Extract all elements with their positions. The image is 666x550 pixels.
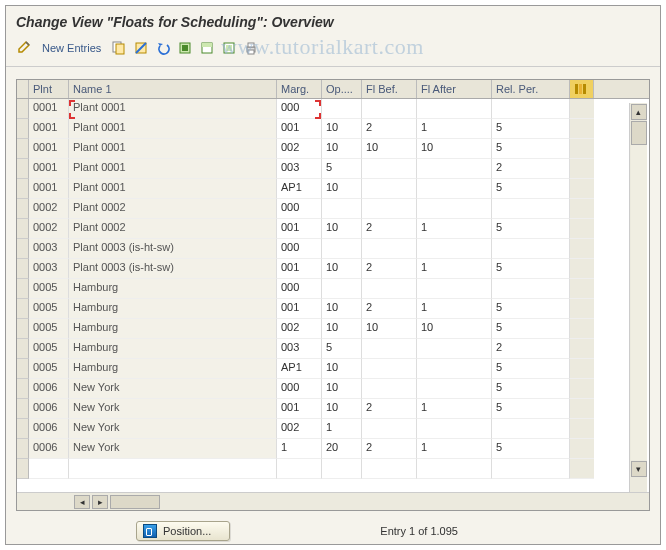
col-header-name1[interactable]: Name 1 [69, 80, 277, 98]
table-row[interactable]: 0005Hamburg000 [17, 279, 649, 299]
row-selector[interactable] [17, 319, 29, 339]
table-row[interactable]: 0003Plant 0003 (is-ht-sw)000 [17, 239, 649, 259]
table-row[interactable]: 0001Plant 00010021010105 [17, 139, 649, 159]
cell-op[interactable]: 20 [322, 439, 362, 459]
undo-icon[interactable] [153, 38, 173, 58]
hscroll-thumb[interactable] [110, 495, 160, 509]
table-row[interactable]: 0006New York0021 [17, 419, 649, 439]
cell-flbef[interactable] [362, 239, 417, 259]
row-selector[interactable] [17, 339, 29, 359]
cell-flafter[interactable]: 1 [417, 399, 492, 419]
cell-flbef[interactable]: 2 [362, 259, 417, 279]
col-header-marg[interactable]: Marg. [277, 80, 322, 98]
cell-flafter[interactable] [417, 419, 492, 439]
cell-flafter[interactable] [417, 379, 492, 399]
scroll-left-icon[interactable]: ◂ [74, 495, 90, 509]
cell-flafter[interactable] [417, 239, 492, 259]
cell-marg[interactable]: 003 [277, 339, 322, 359]
cell-marg[interactable]: 000 [277, 239, 322, 259]
row-selector[interactable] [17, 419, 29, 439]
select-all-icon[interactable] [175, 38, 195, 58]
cell-relper[interactable] [492, 239, 570, 259]
configure-columns-icon[interactable] [570, 80, 594, 98]
cell-flafter[interactable]: 1 [417, 219, 492, 239]
col-header-op[interactable]: Op.... [322, 80, 362, 98]
table-row[interactable]: 0006New York000105 [17, 379, 649, 399]
scroll-right-icon[interactable]: ▸ [92, 495, 108, 509]
cell-flbef[interactable]: 2 [362, 119, 417, 139]
cell-flafter[interactable]: 1 [417, 299, 492, 319]
cell-flbef[interactable]: 10 [362, 319, 417, 339]
cell-flbef[interactable] [362, 379, 417, 399]
cell-marg[interactable]: 001 [277, 259, 322, 279]
cell-relper[interactable]: 5 [492, 439, 570, 459]
cell-flafter[interactable] [417, 279, 492, 299]
row-selector[interactable] [17, 299, 29, 319]
cell-op[interactable]: 10 [322, 119, 362, 139]
cell-flafter[interactable]: 1 [417, 259, 492, 279]
cell-relper[interactable] [492, 99, 570, 119]
cell-flafter[interactable] [417, 179, 492, 199]
cell-relper[interactable] [492, 199, 570, 219]
cell-relper[interactable]: 5 [492, 399, 570, 419]
cell-marg[interactable]: 000 [277, 199, 322, 219]
col-header-relper[interactable]: Rel. Per. [492, 80, 570, 98]
deselect-all-icon[interactable] [219, 38, 239, 58]
cell-flbef[interactable]: 2 [362, 219, 417, 239]
cell-flafter[interactable]: 1 [417, 439, 492, 459]
row-selector[interactable] [17, 179, 29, 199]
row-selector[interactable] [17, 199, 29, 219]
table-row[interactable]: 0002Plant 0002000 [17, 199, 649, 219]
cell-op[interactable]: 10 [322, 219, 362, 239]
row-selector[interactable] [17, 119, 29, 139]
cell-flafter[interactable] [417, 339, 492, 359]
cell-marg[interactable]: 001 [277, 119, 322, 139]
table-row[interactable]: 0001Plant 000100110215 [17, 119, 649, 139]
table-row[interactable]: 0001Plant 0001000 [17, 99, 649, 119]
select-block-icon[interactable] [197, 38, 217, 58]
vertical-scrollbar[interactable]: ▴ ▾ [629, 103, 647, 492]
row-selector[interactable] [17, 259, 29, 279]
cell-marg[interactable]: 002 [277, 139, 322, 159]
cell-op[interactable]: 10 [322, 399, 362, 419]
cell-relper[interactable]: 5 [492, 359, 570, 379]
cell-op[interactable]: 10 [322, 179, 362, 199]
row-selector[interactable] [17, 399, 29, 419]
cell-flbef[interactable] [362, 419, 417, 439]
table-row[interactable]: 0003Plant 0003 (is-ht-sw)00110215 [17, 259, 649, 279]
cell-flbef[interactable] [362, 179, 417, 199]
cell-marg[interactable]: 001 [277, 299, 322, 319]
row-selector[interactable] [17, 379, 29, 399]
row-selector-header[interactable] [17, 80, 29, 98]
cell-relper[interactable] [492, 419, 570, 439]
toggle-change-icon[interactable] [14, 38, 34, 58]
cell-marg[interactable]: AP1 [277, 179, 322, 199]
col-header-flafter[interactable]: Fl After [417, 80, 492, 98]
col-header-flbef[interactable]: Fl Bef. [362, 80, 417, 98]
col-header-plnt[interactable]: Plnt [29, 80, 69, 98]
cell-flafter[interactable] [417, 199, 492, 219]
cell-flafter[interactable]: 10 [417, 319, 492, 339]
cell-flbef[interactable] [362, 99, 417, 119]
cell-flbef[interactable] [362, 279, 417, 299]
table-row[interactable]: 0002Plant 000200110215 [17, 219, 649, 239]
cell-relper[interactable]: 5 [492, 139, 570, 159]
row-selector[interactable] [17, 359, 29, 379]
cell-op[interactable] [322, 99, 362, 119]
cell-relper[interactable]: 5 [492, 259, 570, 279]
new-entries-button[interactable]: New Entries [36, 42, 107, 54]
table-row[interactable]: 0006New York120215 [17, 439, 649, 459]
table-row[interactable]: 0005Hamburg00110215 [17, 299, 649, 319]
cell-flbef[interactable] [362, 159, 417, 179]
cell-op[interactable] [322, 279, 362, 299]
cell-marg[interactable]: 1 [277, 439, 322, 459]
copy-icon[interactable] [109, 38, 129, 58]
cell-op[interactable] [322, 199, 362, 219]
table-row[interactable]: 0005HamburgAP1105 [17, 359, 649, 379]
scroll-down-icon[interactable]: ▾ [631, 461, 647, 477]
cell-relper[interactable]: 2 [492, 339, 570, 359]
cell-flbef[interactable] [362, 339, 417, 359]
position-button[interactable]: Position... [136, 521, 230, 541]
cell-flbef[interactable]: 2 [362, 439, 417, 459]
print-icon[interactable] [241, 38, 261, 58]
